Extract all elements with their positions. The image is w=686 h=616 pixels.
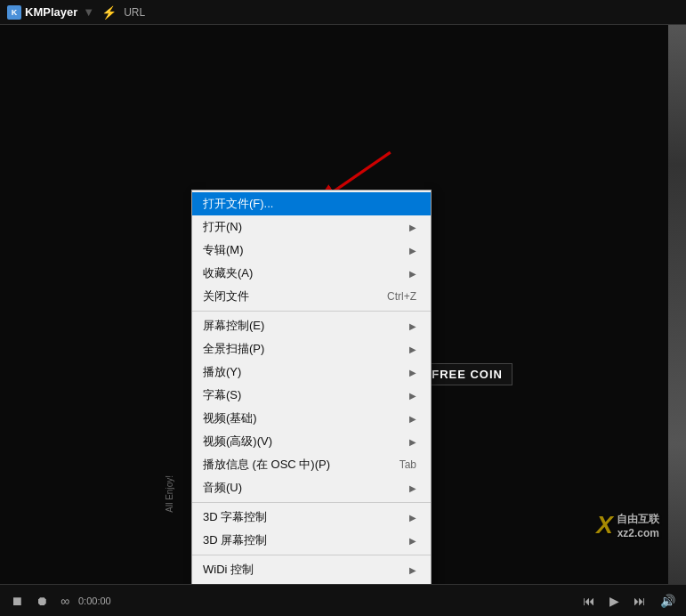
watermark: X 自由互联 xz2.com [596,511,659,539]
menu-item-arrow-subtitles: ▶ [409,391,416,401]
menu-item-shortcut-close-file: Ctrl+Z [387,290,416,303]
menu-item-open-file[interactable]: 打开文件(F)... [192,192,431,215]
menu-item-arrow-screen-ctrl: ▶ [409,321,416,331]
context-menu: 打开文件(F)...打开(N)▶专辑(M)▶收藏夹(A)▶关闭文件Ctrl+Z屏… [191,190,432,584]
menu-item-video-advanced[interactable]: 视频(高级)(V)▶ [192,430,431,453]
menu-item-subtitles[interactable]: 字幕(S)▶ [192,384,431,407]
menu-item-label-screen-ctrl: 屏幕控制(E) [203,318,402,334]
prev-button[interactable]: ⏮ [579,592,599,610]
menu-item-label-video-advanced: 视频(高级)(V) [203,434,402,450]
menu-item-shortcut-playback-info: Tab [399,458,416,471]
menu-item-arrow-video-basic: ▶ [409,414,416,424]
menu-item-label-audio: 音频(U) [203,480,402,496]
next-button[interactable]: ⏭ [630,592,650,610]
menu-item-arrow-playback: ▶ [409,368,416,377]
menu-item-arrow-audio: ▶ [409,483,416,493]
menu-item-label-close-file: 关闭文件 [203,288,369,304]
watermark-x-logo: X [596,511,613,539]
menu-item-label-open-file: 打开文件(F)... [203,196,416,212]
menu-item-arrow-3d-screen: ▶ [409,536,416,546]
menu-item-screen-ctrl[interactable]: 屏幕控制(E)▶ [192,314,431,337]
menu-item-label-subtitles: 字幕(S) [203,387,402,403]
menu-item-favorites[interactable]: 收藏夹(A)▶ [192,262,431,285]
menu-item-widi[interactable]: WiDi 控制▶ [192,558,431,581]
menu-item-audio[interactable]: 音频(U)▶ [192,476,431,499]
km-icon: K [7,5,21,20]
watermark-site-name: 自由互联 [617,512,659,527]
menu-item-arrow-widi: ▶ [409,565,416,575]
menu-item-label-video-basic: 视频(基础) [203,410,402,426]
bottom-bar: ⏹ ⏺ ∞ 0:00:00 ⏮ ▶ ⏭ 🔊 [0,584,686,616]
menu-item-label-3d-screen: 3D 屏幕控制 [203,532,402,548]
menu-item-arrow-video-advanced: ▶ [409,437,416,447]
play-button[interactable]: ▶ [606,592,623,610]
menu-item-arrow-favorites: ▶ [409,269,416,279]
all-enjoy-text: All Enjoy! [165,475,174,513]
menu-item-3d-screen[interactable]: 3D 屏幕控制▶ [192,529,431,552]
main-video-area: FREE COIN 打开文件(F)...打开(N)▶专辑(M)▶收藏夹(A)▶关… [0,25,686,584]
current-time: 0:00:00 [78,596,123,606]
menu-item-arrow-3d-subtitle: ▶ [409,513,416,523]
menu-separator [192,502,431,503]
free-coin-badge: FREE COIN [422,363,512,385]
menu-item-label-open: 打开(N) [203,219,402,235]
menu-item-label-favorites: 收藏夹(A) [203,265,402,281]
menu-item-label-panorama-scan: 全景扫描(P) [203,341,402,357]
right-thumbnail-strip [668,25,686,584]
repeat-button[interactable]: ∞ [57,592,73,610]
app-logo: K KMPlayer ▼ [7,5,94,20]
menu-item-label-playback: 播放(Y) [203,364,402,380]
menu-item-playback-info[interactable]: 播放信息 (在 OSC 中)(P)Tab [192,453,431,476]
menu-item-close-file[interactable]: 关闭文件Ctrl+Z [192,285,431,308]
dropdown-arrow[interactable]: ▼ [83,5,94,19]
menu-item-open[interactable]: 打开(N)▶ [192,215,431,239]
lightning-icon[interactable]: ⚡ [101,5,117,20]
menu-item-playback[interactable]: 播放(Y)▶ [192,361,431,384]
stop-button[interactable]: ⏹ [7,592,27,610]
app-name: KMPlayer [25,5,77,19]
watermark-url: xz2.com [617,527,659,539]
record-button[interactable]: ⏺ [32,592,52,610]
menu-item-label-playback-info: 播放信息 (在 OSC 中)(P) [203,457,382,473]
volume-icon[interactable]: 🔊 [657,592,679,610]
url-button[interactable]: URL [124,6,145,19]
menu-separator [192,311,431,312]
menu-item-label-widi: WiDi 控制 [203,562,402,578]
menu-item-arrow-panorama-scan: ▶ [409,344,416,354]
menu-separator [192,555,431,555]
menu-item-video-basic[interactable]: 视频(基础)▶ [192,407,431,430]
menu-item-panorama-scan[interactable]: 全景扫描(P)▶ [192,337,431,361]
menu-item-arrow-open: ▶ [409,223,416,232]
titlebar: K KMPlayer ▼ ⚡ URL [0,0,686,25]
menu-item-label-album: 专辑(M) [203,242,402,258]
menu-item-3d-subtitle[interactable]: 3D 字幕控制▶ [192,506,431,529]
menu-item-label-3d-subtitle: 3D 字幕控制 [203,509,402,525]
menu-item-capture[interactable]: 捕获(C)▶ [192,581,431,584]
menu-item-arrow-album: ▶ [409,246,416,255]
menu-item-album[interactable]: 专辑(M)▶ [192,239,431,262]
